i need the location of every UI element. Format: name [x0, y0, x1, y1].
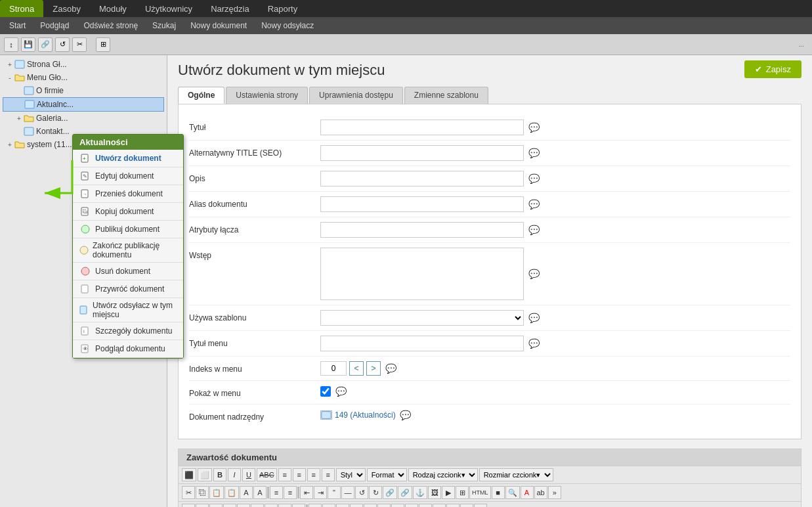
- editor-btn-hilite[interactable]: ab: [534, 486, 547, 499]
- save-button[interactable]: ✔ Zapisz: [744, 60, 801, 78]
- nav-moduly[interactable]: Moduły: [90, 0, 136, 17]
- editor-btn-indent[interactable]: ⇥: [314, 486, 327, 499]
- hint-nadrzedny[interactable]: 💬: [400, 409, 412, 421]
- editor-btn-italic[interactable]: I: [228, 468, 241, 481]
- editor-btn-more[interactable]: »: [548, 486, 561, 499]
- index-next-btn[interactable]: >: [366, 361, 381, 376]
- tab-ogolne[interactable]: Ogólne: [178, 87, 224, 104]
- tab-zmienne[interactable]: Zmienne szablonu: [404, 87, 488, 104]
- input-opis[interactable]: [320, 171, 524, 187]
- editor-btn-table[interactable]: ⊞: [456, 486, 469, 499]
- editor-btn-spell2[interactable]: A: [253, 486, 267, 499]
- editor-btn-r37[interactable]: ⬆: [265, 504, 278, 507]
- hint-atrybuty[interactable]: 💬: [528, 224, 540, 236]
- select-font-size[interactable]: Rozmiar czcionk▾: [479, 468, 553, 481]
- editor-btn-r31[interactable]: ▣: [182, 504, 195, 507]
- editor-btn-r38[interactable]: ⬇: [278, 504, 291, 507]
- editor-btn-r34[interactable]: ▦: [223, 504, 236, 507]
- nav-zasoby[interactable]: Zasoby: [43, 0, 90, 17]
- select-font-family[interactable]: Rodzaj czcionk▾: [408, 468, 478, 481]
- editor-btn-bold[interactable]: B: [213, 468, 226, 481]
- editor-btn-r36[interactable]: ▨: [251, 504, 264, 507]
- editor-btn-sup[interactable]: X²: [364, 504, 377, 507]
- hint-opis[interactable]: 💬: [528, 173, 540, 185]
- hint-indeks[interactable]: 💬: [385, 363, 396, 374]
- editor-btn-r321[interactable]: ↔: [460, 504, 473, 507]
- editor-btn-2[interactable]: ⬜: [198, 468, 212, 481]
- editor-btn-r322[interactable]: ⊠: [474, 504, 487, 507]
- sec-nowy-dok[interactable]: Nowy dokument: [184, 20, 253, 32]
- editor-btn-align-justify[interactable]: ≡: [322, 468, 335, 481]
- tb-btn-1[interactable]: ↕: [4, 37, 18, 52]
- cm-item-details[interactable]: i Szczegóły dokumentu: [73, 322, 183, 340]
- editor-btn-image[interactable]: 🖼: [428, 486, 441, 499]
- expand-icon-gal[interactable]: +: [14, 114, 24, 123]
- cm-item-move[interactable]: → Przenieś dokument: [73, 185, 183, 203]
- nav-uzytkownicy[interactable]: Użytkownicy: [136, 0, 202, 17]
- editor-btn-underline[interactable]: U: [242, 468, 255, 481]
- editor-btn-align-center[interactable]: ≡: [293, 468, 306, 481]
- tree-item-strona[interactable]: + Strona Gł...: [3, 58, 164, 71]
- editor-btn-hr[interactable]: —: [341, 486, 354, 499]
- editor-btn-link[interactable]: 🔗: [383, 486, 397, 499]
- editor-btn-list-ol[interactable]: ≡: [284, 486, 297, 499]
- cm-item-link[interactable]: Utwórz odsyłacz w tym miejscu: [73, 298, 183, 322]
- expand-icon-sys[interactable]: +: [5, 140, 14, 149]
- editor-btn-media[interactable]: ▶: [442, 486, 455, 499]
- editor-btn-r310[interactable]: —: [309, 504, 322, 507]
- index-input[interactable]: [320, 361, 347, 376]
- hint-pokaz[interactable]: 💬: [335, 386, 347, 397]
- expand-icon[interactable]: +: [5, 60, 14, 69]
- editor-btn-unlink[interactable]: 🔗: [398, 486, 412, 499]
- sec-nowy-odsy[interactable]: Nowy odsyłacz: [255, 20, 320, 32]
- sec-szukaj[interactable]: Szukaj: [146, 20, 182, 32]
- hint-tytulmenu[interactable]: 💬: [528, 338, 540, 349]
- hint-alttitle[interactable]: 💬: [528, 147, 540, 159]
- editor-btn-undo[interactable]: ↺: [355, 486, 368, 499]
- editor-btn-r318[interactable]: —: [419, 504, 432, 507]
- editor-btn-redo[interactable]: ↻: [369, 486, 382, 499]
- editor-btn-paste[interactable]: 📋: [209, 486, 224, 499]
- tree-item-menu[interactable]: - Menu Gło...: [3, 71, 164, 84]
- editor-btn-sm1[interactable]: ■: [492, 486, 505, 499]
- nav-strona[interactable]: Strona: [0, 0, 43, 17]
- hint-szablon[interactable]: 💬: [528, 312, 540, 324]
- cm-item-copy[interactable]: ⿻ Kopiuj dokument: [73, 203, 183, 221]
- tb-btn-4[interactable]: ↺: [55, 37, 70, 52]
- select-styl[interactable]: Styl: [336, 468, 366, 481]
- tree-item-ofirmie[interactable]: O firmie: [3, 84, 164, 97]
- select-format[interactable]: Format: [367, 468, 407, 481]
- editor-btn-r317[interactable]: ⊟: [405, 504, 418, 507]
- editor-btn-r35[interactable]: ▧: [237, 504, 250, 507]
- cm-item-delete[interactable]: Usuń dokument: [73, 263, 183, 280]
- editor-btn-zoom[interactable]: 🔍: [505, 486, 520, 499]
- tb-btn-3[interactable]: 🔗: [38, 37, 53, 52]
- tab-ustawienia[interactable]: Ustawienia strony: [226, 87, 308, 104]
- nav-narzedzia[interactable]: Narzędzia: [202, 0, 259, 17]
- cm-item-edit[interactable]: ✎ Edytuj dokument: [73, 167, 183, 185]
- sec-podglad[interactable]: Podgląd: [33, 20, 75, 32]
- cm-item-restore[interactable]: Przywróć dokument: [73, 280, 183, 298]
- editor-btn-r320[interactable]: ¶: [446, 504, 459, 507]
- sec-odswierz[interactable]: Odśwież stronę: [77, 20, 144, 32]
- input-alias[interactable]: [320, 196, 524, 212]
- parent-link[interactable]: 149 (Aktualności): [320, 410, 396, 420]
- cm-item-create[interactable]: + Utwórz dokument: [73, 150, 183, 167]
- editor-btn-r32[interactable]: ▤: [196, 504, 209, 507]
- cm-item-unpublish[interactable]: Zakończ publikację dokumentu: [73, 238, 183, 263]
- editor-btn-abc[interactable]: ABC: [257, 468, 277, 481]
- hint-wstep[interactable]: 💬: [528, 268, 540, 280]
- editor-btn-color[interactable]: A: [521, 486, 534, 499]
- editor-btn-list-ul[interactable]: ≡: [270, 486, 283, 499]
- input-atrybuty[interactable]: [320, 222, 524, 238]
- editor-btn-r311[interactable]: ○: [322, 504, 335, 507]
- editor-btn-sub[interactable]: X₂: [350, 504, 363, 507]
- editor-btn-paste2[interactable]: 📋: [224, 486, 239, 499]
- editor-btn-1[interactable]: ⬛: [182, 468, 196, 481]
- input-tytul[interactable]: [320, 120, 524, 135]
- editor-btn-align-right[interactable]: ≡: [307, 468, 320, 481]
- editor-btn-special[interactable]: Ω: [377, 504, 391, 507]
- input-alttitle[interactable]: [320, 145, 524, 161]
- editor-btn-table2[interactable]: ⊞: [336, 504, 349, 507]
- editor-btn-emoji[interactable]: ☺: [391, 504, 404, 507]
